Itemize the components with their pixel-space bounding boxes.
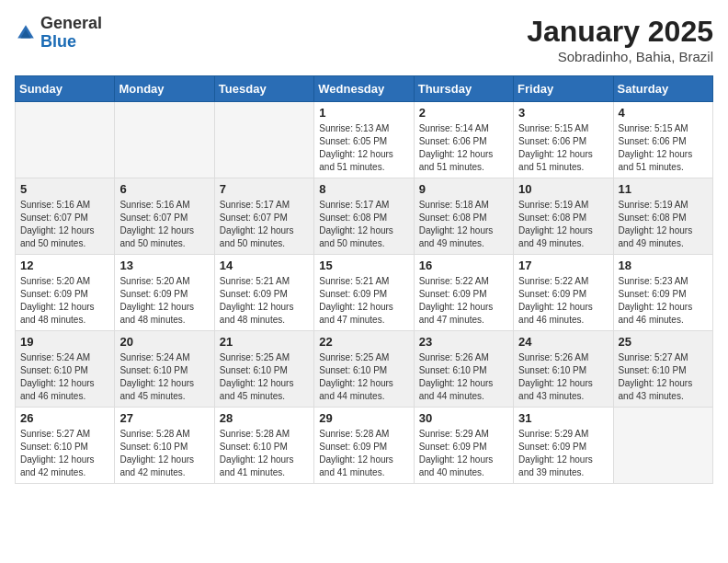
day-number: 12 <box>20 259 109 272</box>
logo-blue-text: Blue <box>40 32 76 51</box>
calendar-day-cell: 18Sunrise: 5:23 AM Sunset: 6:09 PM Dayli… <box>613 255 712 331</box>
weekday-header-saturday: Saturday <box>613 76 712 102</box>
day-number: 22 <box>319 335 408 349</box>
calendar-day-cell: 6Sunrise: 5:16 AM Sunset: 6:07 PM Daylig… <box>115 178 214 255</box>
day-info: Sunrise: 5:27 AM Sunset: 6:10 PM Dayligh… <box>619 351 708 403</box>
day-number: 20 <box>119 335 209 349</box>
calendar-day-cell: 22Sunrise: 5:25 AM Sunset: 6:10 PM Dayli… <box>314 331 414 408</box>
calendar-day-cell <box>115 102 214 178</box>
day-number: 30 <box>419 411 508 425</box>
calendar-day-cell: 9Sunrise: 5:18 AM Sunset: 6:08 PM Daylig… <box>414 178 513 255</box>
calendar-week-row: 1Sunrise: 5:13 AM Sunset: 6:05 PM Daylig… <box>16 102 713 178</box>
calendar-day-cell: 19Sunrise: 5:24 AM Sunset: 6:10 PM Dayli… <box>16 331 115 408</box>
day-info: Sunrise: 5:29 AM Sunset: 6:09 PM Dayligh… <box>419 428 508 479</box>
day-info: Sunrise: 5:24 AM Sunset: 6:10 PM Dayligh… <box>20 351 109 403</box>
day-info: Sunrise: 5:25 AM Sunset: 6:10 PM Dayligh… <box>319 351 408 403</box>
day-number: 9 <box>419 182 508 196</box>
calendar-day-cell: 2Sunrise: 5:14 AM Sunset: 6:06 PM Daylig… <box>414 102 513 178</box>
weekday-header-friday: Friday <box>514 76 613 102</box>
day-info: Sunrise: 5:20 AM Sunset: 6:09 PM Dayligh… <box>119 275 209 327</box>
calendar-day-cell: 12Sunrise: 5:20 AM Sunset: 6:09 PM Dayli… <box>16 255 115 331</box>
logo-icon <box>15 22 37 44</box>
page-header: General Blue January 2025 Sobradinho, Ba… <box>15 15 713 64</box>
day-number: 16 <box>419 259 508 272</box>
calendar-week-row: 12Sunrise: 5:20 AM Sunset: 6:09 PM Dayli… <box>16 255 713 331</box>
calendar-day-cell: 11Sunrise: 5:19 AM Sunset: 6:08 PM Dayli… <box>613 178 712 255</box>
logo: General Blue <box>15 15 102 52</box>
day-number: 17 <box>518 259 608 272</box>
weekday-header-wednesday: Wednesday <box>314 76 414 102</box>
calendar-day-cell: 3Sunrise: 5:15 AM Sunset: 6:06 PM Daylig… <box>514 102 613 178</box>
day-number: 19 <box>20 335 109 349</box>
day-number: 8 <box>319 182 408 196</box>
day-info: Sunrise: 5:28 AM Sunset: 6:09 PM Dayligh… <box>319 428 408 479</box>
day-number: 10 <box>518 182 608 196</box>
day-number: 11 <box>619 182 708 196</box>
day-info: Sunrise: 5:16 AM Sunset: 6:07 PM Dayligh… <box>119 199 209 250</box>
day-info: Sunrise: 5:26 AM Sunset: 6:10 PM Dayligh… <box>518 351 608 403</box>
day-number: 23 <box>419 335 508 349</box>
calendar-day-cell <box>16 102 115 178</box>
day-info: Sunrise: 5:15 AM Sunset: 6:06 PM Dayligh… <box>518 122 608 174</box>
day-info: Sunrise: 5:21 AM Sunset: 6:09 PM Dayligh… <box>319 275 408 327</box>
day-number: 4 <box>619 106 708 120</box>
calendar-week-row: 26Sunrise: 5:27 AM Sunset: 6:10 PM Dayli… <box>16 408 713 484</box>
weekday-header-tuesday: Tuesday <box>214 76 313 102</box>
day-info: Sunrise: 5:21 AM Sunset: 6:09 PM Dayligh… <box>220 275 309 327</box>
calendar-day-cell: 31Sunrise: 5:29 AM Sunset: 6:09 PM Dayli… <box>514 408 613 484</box>
day-info: Sunrise: 5:28 AM Sunset: 6:10 PM Dayligh… <box>119 428 209 479</box>
weekday-header-thursday: Thursday <box>414 76 513 102</box>
calendar-day-cell: 27Sunrise: 5:28 AM Sunset: 6:10 PM Dayli… <box>115 408 214 484</box>
calendar-day-cell: 5Sunrise: 5:16 AM Sunset: 6:07 PM Daylig… <box>16 178 115 255</box>
calendar-day-cell: 7Sunrise: 5:17 AM Sunset: 6:07 PM Daylig… <box>214 178 313 255</box>
day-number: 21 <box>220 335 309 349</box>
calendar-day-cell <box>214 102 313 178</box>
day-info: Sunrise: 5:15 AM Sunset: 6:06 PM Dayligh… <box>619 122 708 174</box>
day-number: 31 <box>518 411 608 425</box>
month-title: January 2025 <box>527 15 713 49</box>
day-info: Sunrise: 5:13 AM Sunset: 6:05 PM Dayligh… <box>319 122 408 174</box>
day-info: Sunrise: 5:14 AM Sunset: 6:06 PM Dayligh… <box>419 122 508 174</box>
weekday-header-sunday: Sunday <box>16 76 115 102</box>
location-subtitle: Sobradinho, Bahia, Brazil <box>527 49 713 64</box>
day-number: 27 <box>119 411 209 425</box>
calendar-day-cell: 28Sunrise: 5:28 AM Sunset: 6:10 PM Dayli… <box>214 408 313 484</box>
day-info: Sunrise: 5:24 AM Sunset: 6:10 PM Dayligh… <box>119 351 209 403</box>
calendar-day-cell: 29Sunrise: 5:28 AM Sunset: 6:09 PM Dayli… <box>314 408 414 484</box>
day-info: Sunrise: 5:22 AM Sunset: 6:09 PM Dayligh… <box>419 275 508 327</box>
day-number: 24 <box>518 335 608 349</box>
weekday-header-row: SundayMondayTuesdayWednesdayThursdayFrid… <box>16 76 713 102</box>
day-number: 26 <box>20 411 109 425</box>
day-number: 14 <box>220 259 309 272</box>
calendar-day-cell: 17Sunrise: 5:22 AM Sunset: 6:09 PM Dayli… <box>514 255 613 331</box>
calendar-table: SundayMondayTuesdayWednesdayThursdayFrid… <box>15 75 713 484</box>
day-number: 13 <box>119 259 209 272</box>
day-info: Sunrise: 5:17 AM Sunset: 6:08 PM Dayligh… <box>319 199 408 250</box>
title-block: January 2025 Sobradinho, Bahia, Brazil <box>527 15 713 64</box>
day-info: Sunrise: 5:29 AM Sunset: 6:09 PM Dayligh… <box>518 428 608 479</box>
calendar-week-row: 5Sunrise: 5:16 AM Sunset: 6:07 PM Daylig… <box>16 178 713 255</box>
calendar-day-cell: 1Sunrise: 5:13 AM Sunset: 6:05 PM Daylig… <box>314 102 414 178</box>
calendar-day-cell: 8Sunrise: 5:17 AM Sunset: 6:08 PM Daylig… <box>314 178 414 255</box>
day-number: 15 <box>319 259 408 272</box>
calendar-day-cell: 21Sunrise: 5:25 AM Sunset: 6:10 PM Dayli… <box>214 331 313 408</box>
calendar-day-cell: 25Sunrise: 5:27 AM Sunset: 6:10 PM Dayli… <box>613 331 712 408</box>
calendar-day-cell: 20Sunrise: 5:24 AM Sunset: 6:10 PM Dayli… <box>115 331 214 408</box>
day-info: Sunrise: 5:18 AM Sunset: 6:08 PM Dayligh… <box>419 199 508 250</box>
calendar-day-cell: 13Sunrise: 5:20 AM Sunset: 6:09 PM Dayli… <box>115 255 214 331</box>
day-number: 29 <box>319 411 408 425</box>
day-number: 3 <box>518 106 608 120</box>
day-info: Sunrise: 5:25 AM Sunset: 6:10 PM Dayligh… <box>220 351 309 403</box>
day-info: Sunrise: 5:23 AM Sunset: 6:09 PM Dayligh… <box>619 275 708 327</box>
day-info: Sunrise: 5:22 AM Sunset: 6:09 PM Dayligh… <box>518 275 608 327</box>
day-number: 2 <box>419 106 508 120</box>
calendar-day-cell: 23Sunrise: 5:26 AM Sunset: 6:10 PM Dayli… <box>414 331 513 408</box>
day-info: Sunrise: 5:19 AM Sunset: 6:08 PM Dayligh… <box>518 199 608 250</box>
calendar-day-cell: 26Sunrise: 5:27 AM Sunset: 6:10 PM Dayli… <box>16 408 115 484</box>
calendar-day-cell: 4Sunrise: 5:15 AM Sunset: 6:06 PM Daylig… <box>613 102 712 178</box>
calendar-week-row: 19Sunrise: 5:24 AM Sunset: 6:10 PM Dayli… <box>16 331 713 408</box>
calendar-day-cell: 30Sunrise: 5:29 AM Sunset: 6:09 PM Dayli… <box>414 408 513 484</box>
day-number: 18 <box>619 259 708 272</box>
day-number: 6 <box>119 182 209 196</box>
day-number: 1 <box>319 106 408 120</box>
